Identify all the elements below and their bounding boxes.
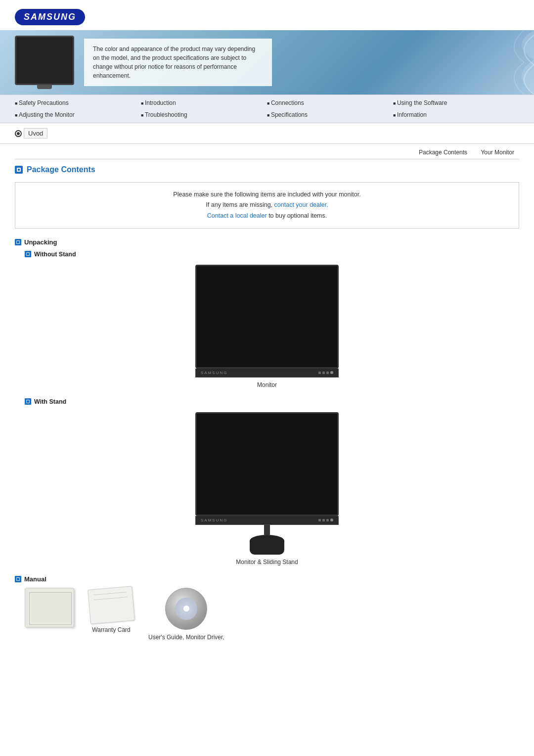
manual-item-cd: User's Guide, Monitor Driver,	[148, 588, 224, 641]
with-stand-label: With Stand	[34, 398, 66, 405]
monitor-stand-btn-3	[326, 519, 329, 521]
breadcrumb-separator	[473, 148, 475, 157]
nav-item-information[interactable]: Information	[393, 110, 519, 120]
unpacking-label: Unpacking	[24, 238, 57, 246]
nav-item-software[interactable]: Using the Software	[393, 98, 519, 108]
nav-item-troubleshooting[interactable]: Troubleshooting	[141, 110, 267, 120]
with-stand-icon	[25, 398, 31, 405]
tab-uvod[interactable]: Uvod	[24, 128, 47, 139]
without-stand-label: Without Stand	[34, 251, 76, 258]
monitor-buttons	[318, 371, 333, 374]
manual-book-image	[25, 588, 74, 627]
monitor-without-stand-image	[195, 265, 339, 369]
hero-monitor-stand	[37, 85, 52, 89]
section-icon	[15, 166, 23, 174]
without-stand-icon-inner	[26, 252, 30, 256]
section-icon-inner	[17, 168, 21, 172]
unpacking-icon-inner	[16, 240, 20, 244]
monitor-btn-3	[326, 372, 329, 374]
monitor-stand-buttons	[318, 519, 333, 521]
hero-text-box: The color and appearance of the product …	[84, 39, 272, 86]
without-stand-heading: Without Stand	[25, 251, 519, 258]
manual-icon-inner	[16, 577, 20, 581]
monitor-stand-btn-2	[322, 519, 325, 521]
monitor-stand-power-btn	[330, 519, 333, 521]
breadcrumb-divider	[15, 159, 519, 159]
nav-item-safety[interactable]: Safety Precautions	[15, 98, 141, 108]
monitor-bottom-bar: SAMSUNG	[195, 369, 339, 378]
info-line2: If any items are missing, contact your d…	[25, 200, 509, 210]
breadcrumb-your-monitor[interactable]: Your Monitor	[476, 148, 519, 157]
manual-label: Manual	[24, 575, 46, 583]
hero-monitor-image	[15, 36, 74, 89]
hero-description: The color and appearance of the product …	[93, 46, 255, 79]
manual-item-book	[25, 588, 74, 627]
without-stand-icon	[25, 251, 31, 257]
tab-area: Uvod	[0, 123, 534, 144]
manual-items: Warranty Card User's Guide, Monitor Driv…	[25, 588, 519, 641]
breadcrumb-tabs: Package Contents Your Monitor	[0, 144, 534, 159]
monitor-without-stand-container: SAMSUNG Monitor	[15, 265, 519, 388]
hero-banner: The color and appearance of the product …	[0, 30, 534, 94]
unpacking-heading: Unpacking	[15, 238, 519, 246]
info-line3-suffix: to buy optional items.	[268, 212, 327, 219]
monitor-stand-caption: Monitor & Sliding Stand	[236, 559, 298, 566]
nav-item-specifications[interactable]: Specifications	[267, 110, 393, 120]
info-line1: Please make sure the following items are…	[25, 189, 509, 200]
unpacking-section: Unpacking Without Stand SAMSUNG Monitor	[15, 238, 519, 641]
manual-cd-label	[175, 598, 197, 620]
monitor-brand: SAMSUNG	[201, 371, 227, 375]
manual-cd-center	[183, 606, 189, 612]
info-box: Please make sure the following items are…	[15, 182, 519, 229]
monitor-power-btn	[330, 371, 333, 374]
monitor-stand-brand: SAMSUNG	[201, 518, 227, 522]
monitor-with-stand-image	[195, 412, 339, 516]
monitor-stand-neck	[264, 525, 270, 535]
header: SAMSUNG	[0, 0, 534, 25]
unpacking-icon	[15, 239, 21, 245]
manual-card-image	[88, 586, 135, 624]
manual-heading: Manual	[15, 575, 519, 583]
warranty-card-caption: Warranty Card	[92, 626, 131, 633]
nav-item-introduction[interactable]: Introduction	[141, 98, 267, 108]
monitor-btn-2	[322, 372, 325, 374]
breadcrumb-package-contents[interactable]: Package Contents	[414, 148, 472, 157]
users-guide-caption: User's Guide, Monitor Driver,	[148, 634, 224, 641]
tab-radio[interactable]	[15, 130, 22, 137]
samsung-logo: SAMSUNG	[15, 9, 85, 25]
manual-item-warranty: Warranty Card	[89, 588, 134, 633]
contact-dealer-link[interactable]: contact your dealer	[274, 201, 327, 208]
monitor-stand-base	[250, 535, 284, 555]
contact-local-dealer-link[interactable]: Contact a local dealer	[207, 212, 267, 219]
main-content: Package Contents Please make sure the fo…	[0, 165, 534, 641]
info-line3: Contact a local dealer to buy optional i…	[25, 211, 509, 221]
monitor-with-stand-bottom-bar: SAMSUNG	[195, 516, 339, 525]
monitor-stand-btn-1	[318, 519, 321, 521]
nav-item-adjusting[interactable]: Adjusting the Monitor	[15, 110, 141, 120]
monitor-with-stand-container: SAMSUNG Monitor & Sliding Stand	[15, 412, 519, 566]
hero-monitor	[15, 36, 74, 85]
nav-item-connections[interactable]: Connections	[267, 98, 393, 108]
manual-cd-image	[165, 588, 207, 630]
section-title: Package Contents	[27, 165, 95, 174]
hero-waves	[435, 30, 534, 94]
manual-icon	[15, 576, 21, 582]
with-stand-heading: With Stand	[25, 398, 519, 405]
tab-radio-inner	[17, 132, 20, 135]
brand-name: SAMSUNG	[24, 12, 76, 22]
monitor-btn-1	[318, 372, 321, 374]
with-stand-icon-inner	[26, 400, 30, 403]
monitor-caption: Monitor	[257, 381, 277, 388]
section-heading: Package Contents	[15, 165, 519, 174]
nav-bar: Safety Precautions Introduction Connecti…	[0, 94, 534, 123]
